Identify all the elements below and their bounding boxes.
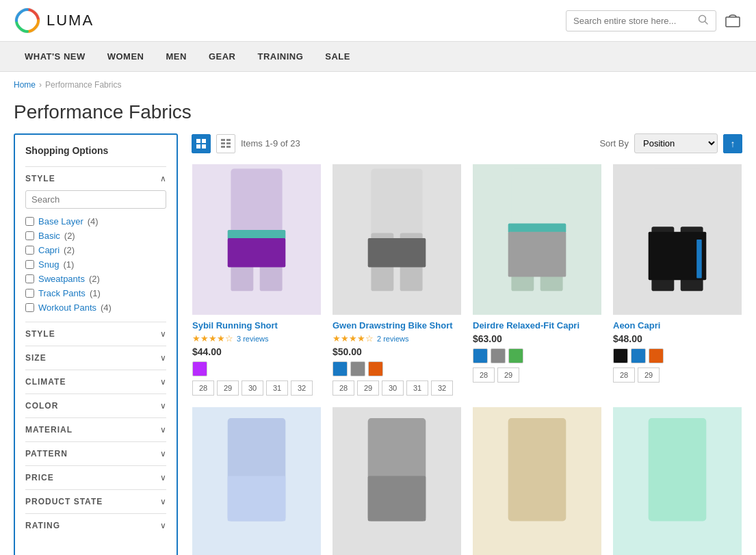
size-btn-29-0[interactable]: 29 [217,380,239,396]
filter-pattern-header[interactable]: PATTERN ∨ [25,442,166,465]
product-card-7[interactable]: Radiant Tee $22.00 [612,406,742,555]
style-option-workout-pants[interactable]: Workout Pants (4) [25,300,166,315]
nav-item-gear[interactable]: Gear [198,42,247,71]
style-option-snug[interactable]: Snug (1) [25,257,166,272]
swatch-1-0[interactable] [333,361,348,376]
filter-style-header[interactable]: STYLE ∧ [25,167,166,190]
size-btn-28-0[interactable]: 28 [192,380,214,396]
style-checkbox-capri[interactable] [25,246,34,255]
style-count-base-layer: (4) [88,216,99,227]
style-checkbox-workout-pants[interactable] [25,303,34,312]
search-submit-button[interactable] [698,14,709,27]
logo[interactable]: LUMA [14,7,94,34]
svg-rect-11 [226,142,231,144]
filter-rating-header[interactable]: RATING ∨ [25,514,166,537]
nav-item-training[interactable]: Training [246,42,314,71]
main-nav: What's New Women Men Gear Training Sale [0,42,756,72]
product-img-svg-3 [613,164,742,315]
size-btn-28-3[interactable]: 28 [613,367,635,383]
svg-rect-22 [368,238,426,267]
swatch-0-0[interactable] [192,361,207,376]
nav-item-whats-new[interactable]: What's New [14,42,96,71]
product-img-svg-7 [613,407,742,555]
style-checkbox-base-layer[interactable] [25,217,34,226]
product-swatches-2 [473,348,601,363]
sort-select[interactable]: Position Product Name Price [634,133,718,153]
filter-size-header[interactable]: SIZE ∨ [25,346,166,370]
size-btn-28-2[interactable]: 28 [473,367,495,383]
cart-icon[interactable] [723,10,742,31]
svg-rect-38 [649,418,707,521]
swatch-3-0[interactable] [613,348,628,363]
swatch-3-1[interactable] [631,348,646,363]
size-btn-30-0[interactable]: 30 [242,380,263,396]
swatch-1-2[interactable] [368,361,383,376]
size-btn-29-2[interactable]: 29 [497,367,519,383]
swatch-2-1[interactable] [491,348,506,363]
filter-climate-header[interactable]: CLIMATE ∨ [25,370,166,393]
style-checkbox-snug[interactable] [25,260,34,269]
nav-item-sale[interactable]: Sale [314,42,361,71]
grid-icon [196,139,206,149]
product-card-6[interactable]: Ana Running Short $40.00 [472,406,602,555]
filter-color-header[interactable]: COLOR ∨ [25,394,166,417]
sort-direction-button[interactable]: ↑ [723,134,742,153]
size-btn-31-0[interactable]: 31 [266,380,288,396]
search-box[interactable] [566,10,716,31]
product-card-4[interactable]: Fiona Fitness Short $44.00 [192,406,322,555]
swatch-2-0[interactable] [473,348,488,363]
product-card-5[interactable]: Ida Workout Parachute Pant $55.00 [332,406,462,555]
filter-material-header[interactable]: MATERIAL ∨ [25,418,166,441]
filter-product-state-header[interactable]: PRODUCT STATE ∨ [25,490,166,513]
product-card-1[interactable]: Gwen Drawstring Bike Short ★★★★☆ 2 revie… [332,164,462,396]
product-sizes-3: 28 29 [613,367,742,383]
toolbar-left: Items 1-9 of 23 [192,134,300,153]
logo-text: LUMA [47,12,94,29]
breadcrumb-home[interactable]: Home [14,80,36,90]
filter-style-collapsed: STYLE ∨ [25,322,166,346]
style-checkbox-track-pants[interactable] [25,289,34,298]
style-option-basic[interactable]: Basic (2) [25,229,166,243]
grid-view-button[interactable] [192,134,211,153]
product-name-0: Sybil Running Short [192,320,321,331]
size-btn-32-1[interactable]: 32 [431,380,453,396]
product-card-2[interactable]: Deirdre Relaxed-Fit Capri $63.00 28 29 [472,164,602,396]
product-img-svg-1 [333,164,461,315]
size-btn-31-1[interactable]: 31 [406,380,428,396]
filter-pattern-arrow: ∨ [160,449,166,459]
swatch-1-1[interactable] [350,361,365,376]
style-option-sweatpants[interactable]: Sweatpants (2) [25,272,166,286]
style-option-track-pants[interactable]: Track Pants (1) [25,286,166,300]
filter-style-collapsed-header[interactable]: STYLE ∨ [25,322,166,346]
size-btn-30-1[interactable]: 30 [382,380,404,396]
filter-price-header[interactable]: PRICE ∨ [25,466,166,489]
svg-rect-13 [226,146,231,148]
style-count-capri: (2) [64,245,75,255]
style-option-base-layer[interactable]: Base Layer (4) [25,214,166,229]
swatch-3-2[interactable] [649,348,664,363]
style-label-workout-pants: Workout Pants [38,302,96,313]
size-btn-29-1[interactable]: 29 [357,380,379,396]
product-image-0 [192,164,321,315]
product-card-3[interactable]: Aeon Capri $48.00 28 29 [612,164,742,396]
nav-item-men[interactable]: Men [155,42,198,71]
product-image-6 [473,407,601,555]
swatch-2-2[interactable] [508,348,523,363]
style-checkbox-basic[interactable] [25,231,34,240]
style-checkbox-sweatpants[interactable] [25,274,34,283]
product-reviews-0[interactable]: 3 reviews [237,335,268,343]
toolbar-right: Sort By Position Product Name Price ↑ [599,133,742,153]
filter-rating: RATING ∨ [25,513,166,537]
product-reviews-1[interactable]: 2 reviews [377,335,408,343]
svg-rect-18 [228,238,286,267]
size-btn-28-1[interactable]: 28 [333,380,354,396]
search-input[interactable] [573,16,698,26]
product-card-0[interactable]: Sybil Running Short ★★★★☆ 3 reviews $44.… [192,164,322,396]
size-btn-29-3[interactable]: 29 [638,367,660,383]
nav-item-women[interactable]: Women [96,42,155,71]
svg-rect-27 [508,232,566,277]
size-btn-32-0[interactable]: 32 [291,380,313,396]
style-option-capri[interactable]: Capri (2) [25,243,166,257]
style-search-input[interactable] [25,190,166,209]
list-view-button[interactable] [216,134,235,153]
